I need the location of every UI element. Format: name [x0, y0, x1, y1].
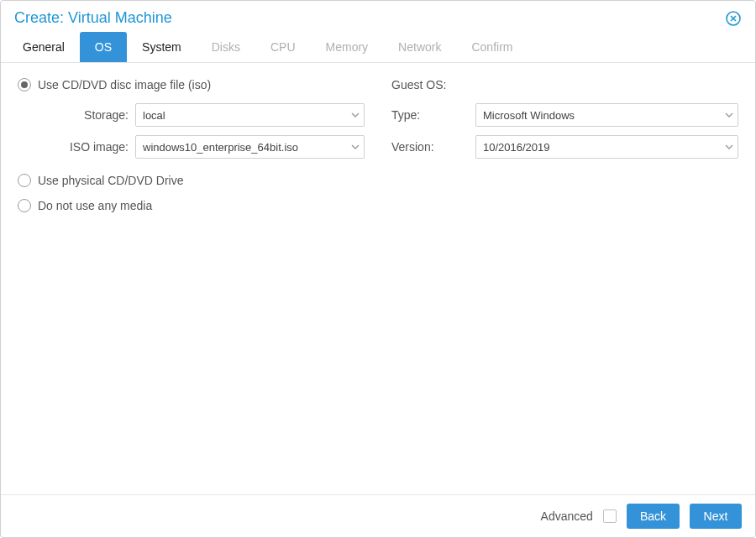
back-button[interactable]: Back — [627, 504, 680, 529]
tab-confirm: Confirm — [456, 32, 528, 62]
wizard-tabs: General OS System Disks CPU Memory Netwo… — [1, 32, 755, 63]
tab-network: Network — [383, 32, 456, 62]
dialog-title: Create: Virtual Machine — [14, 9, 172, 27]
radio-none[interactable] — [18, 199, 31, 212]
tab-general[interactable]: General — [8, 32, 80, 62]
type-label: Type: — [391, 108, 475, 122]
line-type: Type: — [391, 103, 738, 127]
close-icon[interactable] — [725, 10, 742, 27]
tab-disks: Disks — [197, 32, 255, 62]
storage-input[interactable] — [135, 103, 365, 127]
type-combo[interactable] — [475, 103, 738, 127]
type-input[interactable] — [475, 103, 738, 127]
col-guest-os: Guest OS: Type: Version: — [391, 78, 738, 479]
radio-row-none[interactable]: Do not use any media — [18, 199, 365, 212]
advanced-checkbox[interactable] — [603, 509, 617, 523]
version-label: Version: — [391, 140, 475, 154]
radio-row-physical[interactable]: Use physical CD/DVD Drive — [18, 174, 365, 187]
radio-physical[interactable] — [18, 174, 31, 187]
storage-combo[interactable] — [135, 103, 365, 127]
radio-none-label: Do not use any media — [38, 199, 152, 212]
radio-iso[interactable] — [18, 78, 31, 91]
line-version: Version: — [391, 135, 738, 159]
guest-os-heading: Guest OS: — [391, 78, 738, 91]
version-input[interactable] — [475, 135, 738, 159]
tab-cpu: CPU — [255, 32, 311, 62]
dialog-create-vm: Create: Virtual Machine General OS Syste… — [0, 0, 756, 538]
tab-os[interactable]: OS — [80, 32, 127, 62]
tab-memory: Memory — [311, 32, 384, 62]
line-iso: ISO image: — [18, 135, 365, 159]
col-media: Use CD/DVD disc image file (iso) Storage… — [18, 78, 365, 479]
dialog-body: Use CD/DVD disc image file (iso) Storage… — [1, 63, 755, 494]
titlebar: Create: Virtual Machine — [1, 1, 755, 32]
iso-combo[interactable] — [135, 135, 365, 159]
storage-label: Storage: — [18, 108, 135, 122]
next-button[interactable]: Next — [690, 504, 742, 529]
radio-iso-label: Use CD/DVD disc image file (iso) — [38, 78, 211, 91]
dialog-footer: Advanced Back Next — [1, 494, 755, 537]
tab-system[interactable]: System — [127, 32, 197, 62]
iso-input[interactable] — [135, 135, 365, 159]
radio-physical-label: Use physical CD/DVD Drive — [38, 174, 183, 187]
advanced-label: Advanced — [541, 509, 593, 523]
iso-label: ISO image: — [18, 140, 135, 154]
version-combo[interactable] — [475, 135, 738, 159]
line-storage: Storage: — [18, 103, 365, 127]
radio-row-iso[interactable]: Use CD/DVD disc image file (iso) — [18, 78, 365, 91]
